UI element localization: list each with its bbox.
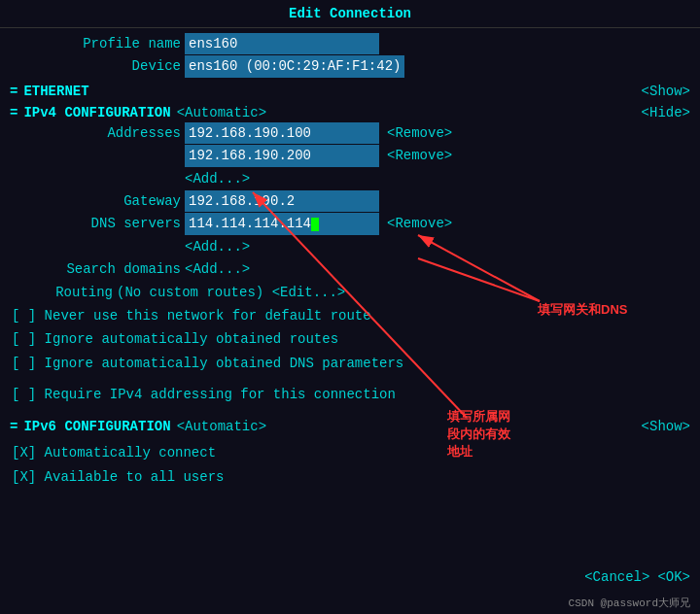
- annotation-gateway-dns: 填写网关和DNS: [538, 301, 627, 319]
- ok-button[interactable]: <OK>: [657, 569, 690, 585]
- address1-value-row: 192.168.190.100 <Remove>: [185, 122, 690, 144]
- ipv6-title: IPv6 CONFIGURATION: [23, 419, 170, 434]
- ipv4-title: IPv4 CONFIGURATION: [23, 105, 170, 120]
- ipv6-left: = IPv6 CONFIGURATION <Automatic>: [10, 419, 266, 434]
- content: Profile name ens160 Device ens160 (00:0C…: [0, 28, 700, 494]
- ethernet-left: = ETHERNET: [10, 84, 89, 99]
- add-address-row: <Add...>: [10, 168, 690, 189]
- address2-row: 192.168.190.200 <Remove>: [10, 145, 690, 166]
- add-dns-row: <Add...>: [10, 236, 690, 257]
- routing-label: Routing: [19, 282, 117, 303]
- ipv4-hide[interactable]: <Hide>: [642, 105, 690, 120]
- add-address-button[interactable]: <Add...>: [185, 168, 250, 189]
- ethernet-section: = ETHERNET <Show>: [10, 84, 690, 99]
- dns-value-row: 114.114.114.114 <Remove>: [185, 213, 690, 234]
- add-dns-button[interactable]: <Add...>: [185, 236, 250, 257]
- auto-connect-row[interactable]: [X] Automatically connect: [10, 442, 690, 463]
- auto-connect-label: [X] Automatically connect: [12, 442, 216, 463]
- ipv6-show[interactable]: <Show>: [642, 419, 690, 434]
- ethernet-title: ETHERNET: [23, 84, 88, 99]
- ipv4-mode[interactable]: <Automatic>: [177, 105, 266, 120]
- routing-value[interactable]: (No custom routes) <Edit...>: [117, 282, 345, 303]
- gateway-row: Gateway 192.168.190.2: [10, 190, 690, 212]
- checkbox3-row[interactable]: [ ] Ignore automatically obtained DNS pa…: [10, 353, 690, 374]
- address1-remove[interactable]: <Remove>: [387, 122, 452, 144]
- title: Edit Connection: [289, 6, 411, 21]
- checkbox1-label: [ ] Never use this network for default r…: [12, 305, 371, 326]
- gateway-value[interactable]: 192.168.190.2: [185, 190, 379, 212]
- screen: Edit Connection Profile name ens160 Devi…: [0, 0, 700, 614]
- checkbox4-label: [ ] Require IPv4 addressing for this con…: [12, 384, 396, 405]
- annotation-address-hint: 填写所属网段内的有效地址: [447, 408, 510, 461]
- routing-row: Routing (No custom routes) <Edit...>: [10, 282, 690, 303]
- device-value[interactable]: ens160 (00:0C:29:AF:F1:42): [185, 55, 404, 77]
- checkbox3-label: [ ] Ignore automatically obtained DNS pa…: [12, 353, 403, 374]
- dns-row: DNS servers 114.114.114.114 <Remove>: [10, 213, 690, 234]
- profile-name-label: Profile name: [10, 33, 185, 54]
- search-domains-add[interactable]: <Add...>: [185, 258, 250, 280]
- title-bar: Edit Connection: [0, 0, 700, 28]
- address1-value[interactable]: 192.168.190.100: [185, 122, 379, 144]
- all-users-label: [X] Available to all users: [12, 466, 224, 488]
- ipv6-section: = IPv6 CONFIGURATION <Automatic> <Show>: [10, 419, 690, 434]
- cancel-button[interactable]: <Cancel>: [584, 569, 649, 585]
- dns-value[interactable]: 114.114.114.114: [185, 213, 379, 234]
- search-domains-label: Search domains: [10, 258, 185, 280]
- dns-label: DNS servers: [10, 213, 185, 234]
- device-label: Device: [10, 55, 185, 77]
- ethernet-show[interactable]: <Show>: [642, 84, 690, 99]
- address2-value[interactable]: 192.168.190.200: [185, 145, 379, 166]
- all-users-row[interactable]: [X] Available to all users: [10, 466, 690, 488]
- dns-cursor: [311, 218, 319, 231]
- address1-row: Addresses 192.168.190.100 <Remove>: [10, 122, 690, 144]
- search-domains-row: Search domains <Add...>: [10, 258, 690, 280]
- address2-value-row: 192.168.190.200 <Remove>: [185, 145, 690, 166]
- addresses-label: Addresses: [10, 122, 185, 144]
- checkbox2-label: [ ] Ignore automatically obtained routes: [12, 328, 338, 350]
- address2-remove[interactable]: <Remove>: [387, 145, 452, 166]
- ipv4-left: = IPv4 CONFIGURATION <Automatic>: [10, 105, 266, 120]
- watermark: CSDN @password大师兄: [569, 596, 690, 610]
- profile-name-row: Profile name ens160: [10, 33, 690, 54]
- checkbox4-row[interactable]: [ ] Require IPv4 addressing for this con…: [10, 384, 690, 405]
- profile-name-value[interactable]: ens160: [185, 33, 379, 54]
- ipv6-mode[interactable]: <Automatic>: [177, 419, 266, 434]
- checkbox2-row[interactable]: [ ] Ignore automatically obtained routes: [10, 328, 690, 350]
- gateway-label: Gateway: [10, 190, 185, 212]
- device-row: Device ens160 (00:0C:29:AF:F1:42): [10, 55, 690, 77]
- bottom-bar: <Cancel> <OK>: [584, 569, 690, 585]
- dns-remove[interactable]: <Remove>: [387, 213, 452, 234]
- ipv4-section: = IPv4 CONFIGURATION <Automatic> <Hide>: [10, 105, 690, 120]
